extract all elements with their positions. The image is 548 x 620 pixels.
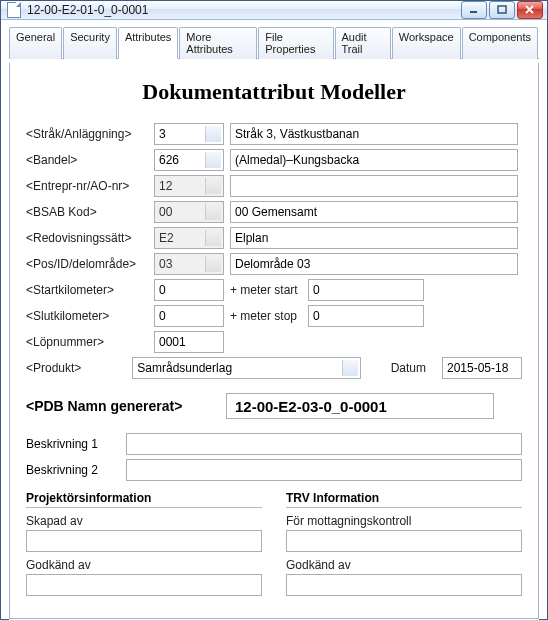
beskr2-input[interactable] <box>126 459 522 481</box>
tab-general[interactable]: General <box>9 27 62 59</box>
generated-name-box: 12-00-E2-03-0_0-0001 <box>226 393 494 419</box>
tab-attributes[interactable]: Attributes <box>118 27 178 59</box>
document-icon <box>7 2 21 18</box>
redov-desc-input[interactable] <box>230 227 518 249</box>
bandel-desc-input[interactable] <box>230 149 518 171</box>
datum-input[interactable] <box>442 357 522 379</box>
entrepr-desc-input[interactable] <box>230 175 518 197</box>
page-title: Dokumentattribut Modeller <box>26 79 522 105</box>
startkm-label: <Startkilometer> <box>26 283 154 297</box>
lopn-label: <Löpnummer> <box>26 335 154 349</box>
tab-file-properties[interactable]: File Properties <box>258 27 333 59</box>
skapad-label: Skapad av <box>26 514 262 528</box>
redov-combo[interactable]: E2 <box>154 227 224 249</box>
produkt-combo[interactable]: Samrådsunderlag <box>132 357 360 379</box>
trv-heading: TRV Information <box>286 491 522 508</box>
bsab-desc-input[interactable] <box>230 201 518 223</box>
mottag-input[interactable] <box>286 530 522 552</box>
strak-label: <Stråk/Anläggning> <box>26 127 154 141</box>
generated-name-label: <PDB Namn genererat> <box>26 398 226 414</box>
bsab-label: <BSAB Kod> <box>26 205 154 219</box>
slutkm-input[interactable] <box>154 305 224 327</box>
godkand-p-input[interactable] <box>26 574 262 596</box>
entrepr-label: <Entrepr-nr/AO-nr> <box>26 179 154 193</box>
projektor-heading: Projektörsinformation <box>26 491 262 508</box>
projektor-section: Projektörsinformation Skapad av Godkänd … <box>26 487 262 602</box>
tab-content: Dokumentattribut Modeller <Stråk/Anläggn… <box>9 63 539 619</box>
minimize-button[interactable] <box>461 1 487 19</box>
client-area: General Security Attributes More Attribu… <box>1 20 547 620</box>
posid-combo[interactable]: 03 <box>154 253 224 275</box>
beskr1-label: Beskrivning 1 <box>26 437 126 451</box>
tab-components[interactable]: Components <box>462 27 538 59</box>
tab-security[interactable]: Security <box>63 27 117 59</box>
redov-label: <Redovisningssätt> <box>26 231 154 245</box>
titlebar: 12-00-E2-01-0_0-0001 <box>1 1 547 20</box>
bsab-combo[interactable]: 00 <box>154 201 224 223</box>
beskr2-label: Beskrivning 2 <box>26 463 126 477</box>
bandel-label: <Bandel> <box>26 153 154 167</box>
meterstop-label: + meter stop <box>230 309 302 323</box>
meterstart-input[interactable] <box>308 279 424 301</box>
strak-desc-input[interactable] <box>230 123 518 145</box>
meterstart-label: + meter start <box>230 283 302 297</box>
close-window-button[interactable] <box>517 1 543 19</box>
posid-desc-input[interactable] <box>230 253 518 275</box>
posid-label: <Pos/ID/delområde> <box>26 257 154 271</box>
strak-combo[interactable]: 3 <box>154 123 224 145</box>
lopn-input[interactable] <box>154 331 224 353</box>
startkm-input[interactable] <box>154 279 224 301</box>
window-title: 12-00-E2-01-0_0-0001 <box>27 3 461 17</box>
godkand-p-label: Godkänd av <box>26 558 262 572</box>
godkand-t-label: Godkänd av <box>286 558 522 572</box>
godkand-t-input[interactable] <box>286 574 522 596</box>
entrepr-combo[interactable]: 12 <box>154 175 224 197</box>
maximize-button[interactable] <box>489 1 515 19</box>
trv-section: TRV Information För mottagningskontroll … <box>286 487 522 602</box>
bandel-combo[interactable]: 626 <box>154 149 224 171</box>
meterstop-input[interactable] <box>308 305 424 327</box>
mottag-label: För mottagningskontroll <box>286 514 522 528</box>
datum-label: Datum <box>391 361 426 375</box>
tab-workspace[interactable]: Workspace <box>392 27 461 59</box>
produkt-label: <Produkt> <box>26 361 132 375</box>
tabstrip: General Security Attributes More Attribu… <box>9 26 539 59</box>
tab-audit-trail[interactable]: Audit Trail <box>335 27 391 59</box>
svg-rect-1 <box>498 6 506 13</box>
beskr1-input[interactable] <box>126 433 522 455</box>
window: 12-00-E2-01-0_0-0001 General Security At… <box>0 0 548 620</box>
tab-more-attributes[interactable]: More Attributes <box>179 27 257 59</box>
skapad-input[interactable] <box>26 530 262 552</box>
slutkm-label: <Slutkilometer> <box>26 309 154 323</box>
